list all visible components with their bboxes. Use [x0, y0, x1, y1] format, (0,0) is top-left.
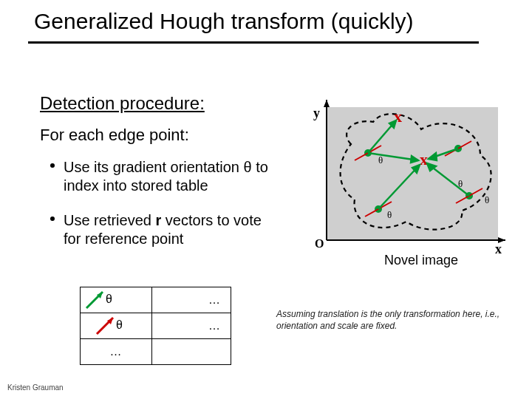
- slide: Generalized Hough transform (quickly) De…: [0, 0, 532, 399]
- vector-cell: [152, 339, 231, 365]
- theta-cell: θ: [81, 287, 152, 313]
- y-axis-label: y: [313, 106, 320, 120]
- theta-label: θ: [106, 293, 112, 306]
- footer-author: Kristen Grauman: [7, 383, 64, 392]
- vector-cell: …: [152, 313, 231, 339]
- page-title: Generalized Hough transform (quickly): [34, 9, 414, 34]
- bullet-dot-icon: [50, 216, 55, 221]
- table-row: θ …: [81, 313, 231, 339]
- table-row: θ …: [81, 287, 231, 313]
- ght-diagram: y x O θ θ θ θ x x: [310, 100, 510, 262]
- diagram-caption: Novel image: [384, 253, 458, 268]
- theta-mark: θ: [485, 194, 489, 205]
- bullet-2: Use retrieved r vectors to vote for refe…: [50, 211, 279, 248]
- subtitle: Detection procedure:: [40, 93, 205, 114]
- diagram-svg: y x O θ θ θ θ x x: [310, 100, 510, 255]
- assumption-text: Assuming translation is the only transfo…: [276, 309, 520, 332]
- origin-label: O: [315, 237, 324, 250]
- bullet-1: Use its gradient orientation θ to index …: [50, 158, 279, 195]
- theta-cell: …: [81, 339, 152, 365]
- theta-table: θ … θ … …: [80, 287, 231, 365]
- vector-cell: …: [152, 287, 231, 313]
- theta-label: θ: [116, 318, 123, 332]
- lead-text: For each edge point:: [40, 126, 189, 145]
- arrow-red-icon: [81, 313, 146, 338]
- title-underline: [28, 41, 479, 44]
- bullet-2-text: Use retrieved r vectors to vote for refe…: [64, 211, 279, 248]
- theta-mark: θ: [387, 209, 392, 220]
- theta-cell: θ: [81, 313, 152, 339]
- svg-marker-6: [324, 100, 330, 107]
- table-row: …: [81, 339, 231, 365]
- theta-label: …: [83, 345, 149, 358]
- arrow-green-icon: [81, 287, 146, 313]
- theta-mark: θ: [378, 154, 383, 166]
- bullet-dot-icon: [50, 163, 55, 168]
- bullet-1-text: Use its gradient orientation θ to index …: [64, 158, 279, 195]
- x-axis-label: x: [495, 242, 502, 255]
- ref-point-x-icon: x: [420, 150, 428, 168]
